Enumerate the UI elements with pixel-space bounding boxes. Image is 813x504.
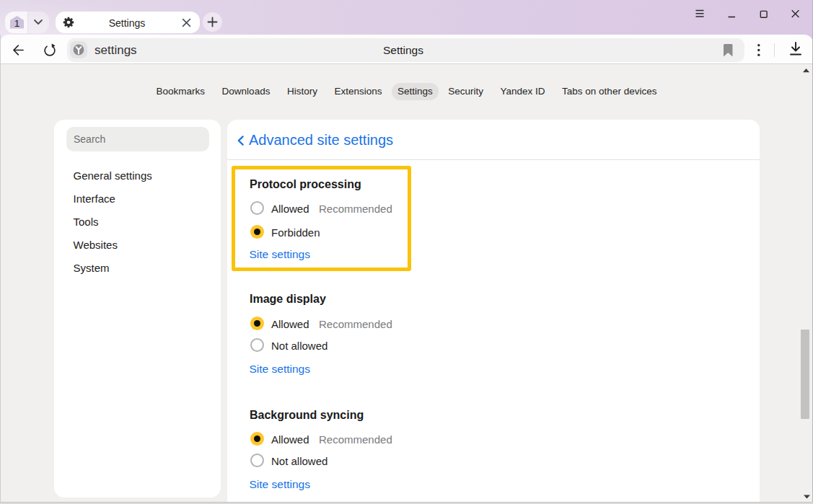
- svg-text:1: 1: [14, 18, 20, 29]
